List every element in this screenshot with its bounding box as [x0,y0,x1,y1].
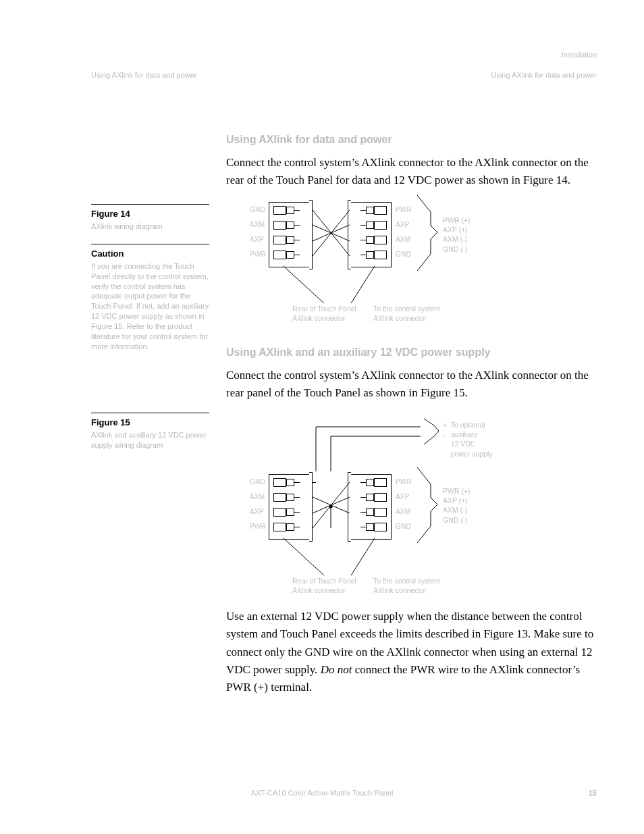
section-heading: Using AXlink and an auxiliary 12 VDC pow… [226,344,604,361]
rule [91,244,209,244]
pin-label: AXM [250,493,265,500]
pin-label: PWR [396,206,412,213]
section-paragraph: Connect the control system’s AXlink conn… [226,154,604,190]
mid-wires-icon [313,474,350,538]
figure15-caption: AXlink and auxiliary 12 VDC power supply… [91,430,209,450]
aux-supply-note: + To optional - auxiliary 12 VDC power s… [443,420,493,459]
figure14-diagram: GND AXM AXP PWR PWR AXP AXM GND PWR (+) … [269,199,498,314]
page: Installation Using AXlink for data and p… [0,0,644,834]
caution-label: Caution [91,249,209,259]
left-connector [269,202,311,267]
pin-label: AXP [250,508,264,515]
section-external-power-note: Use an external 12 VDC power supply when… [226,608,604,697]
svg-line-11 [284,538,324,575]
pin-label: GND [396,251,411,258]
figure14-caption: AXlink wiring diagram [91,221,209,232]
svg-line-12 [351,538,375,575]
right-connector-note: To the control system AXlink connector [373,304,461,323]
pin-label: GND [396,523,411,530]
right-connector-note: To the control system AXlink connector [373,576,461,595]
brace-icon [414,467,441,543]
caution-text: If you are connecting the Touch Panel di… [91,261,209,352]
pin-label: AXP [396,221,410,228]
pin-label: PWR [396,478,412,486]
page-number: 15 [589,789,597,797]
left-connector-note: Rear of Touch Panel AXlink connector [292,304,373,323]
brace-labels: PWR (+) AXP (+) AXM (-) GND (-) [443,486,471,525]
svg-line-4 [284,266,324,303]
left-connector-note: Rear of Touch Panel AXlink connector [292,576,373,595]
header-section-right: Using AXlink for data and power [491,71,597,79]
brace-icon [414,195,441,271]
svg-point-10 [329,504,332,508]
running-header: Installation [561,51,597,59]
pin-label: AXP [396,493,410,500]
pin-label: PWR [250,523,266,530]
cross-wires-icon [313,202,350,266]
pin-label: GND [250,206,265,213]
rule [91,413,209,413]
figure15-diagram: + To optional - auxiliary 12 VDC power s… [269,419,512,594]
section-axlink-data-power: Using AXlink for data and power Connect … [226,132,604,189]
figure15-label: Figure 15 [91,417,209,427]
svg-line-5 [351,266,375,303]
pin-label: AXM [396,508,410,515]
wire [313,482,316,483]
rule [91,204,209,205]
para-emphasis: Do not [321,663,352,676]
figure15-sidebar: Figure 15 AXlink and auxiliary 12 VDC po… [91,413,209,450]
header-section-left: Using AXlink for data and power [91,71,197,79]
figure14-label: Figure 14 [91,209,209,219]
pin-label: PWR [250,251,266,258]
footer-title: AXT-CA10 Color Active-Matrix Touch Panel [0,789,644,797]
aux-wires-icon [316,419,451,473]
right-connector [350,474,392,540]
brace-labels: PWR (+) AXP (+) AXM (-) GND (-) [443,215,471,254]
left-connector [269,474,311,540]
section-axlink-aux-power: Using AXlink and an auxiliary 12 VDC pow… [226,344,604,402]
pin-label: AXP [250,236,264,243]
figure14-sidebar: Figure 14 AXlink wiring diagram Caution … [91,204,209,351]
section-heading: Using AXlink for data and power [226,132,604,149]
section-paragraph: Connect the control system’s AXlink conn… [226,367,604,402]
pin-label: AXM [396,236,410,243]
right-connector [350,202,392,267]
pin-label: AXM [250,221,265,228]
pin-label: GND [250,478,265,486]
